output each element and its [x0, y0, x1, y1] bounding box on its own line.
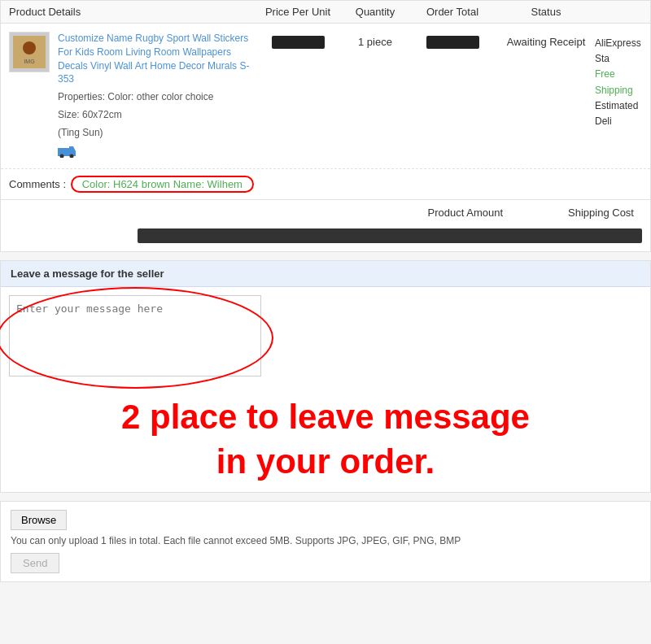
quantity-col: 1 piece: [343, 32, 408, 48]
status-col: Awaiting Receipt: [497, 32, 595, 48]
comments-text: Color: H624 brown Name: Wilhem: [82, 178, 242, 190]
header-product: Product Details: [9, 6, 253, 18]
file-section: Browse You can only upload 1 files in to…: [0, 501, 651, 582]
svg-point-1: [23, 41, 36, 54]
product-col: IMG Customize Name Rugby Sport Wall Stic…: [9, 32, 253, 160]
product-props-color: Properties: Color: other color choice: [58, 89, 253, 104]
header-price: Price Per Unit: [253, 6, 343, 18]
message-textarea-wrapper: [9, 295, 261, 379]
extra-col: AliExpress Sta Free Shipping Estimated D…: [595, 32, 642, 129]
product-store: (Ting Sun): [58, 125, 253, 140]
message-section: Leave a message for the seller 2 place t…: [0, 260, 651, 493]
comments-row: Comments : Color: H624 brown Name: Wilhe…: [1, 169, 650, 200]
free-shipping-label: Free Shipping: [595, 67, 642, 98]
browse-button[interactable]: Browse: [11, 510, 67, 530]
summary-labels-row: Product Amount Shipping Cost: [1, 200, 650, 225]
table-header: Product Details Price Per Unit Quantity …: [1, 1, 650, 24]
header-total: Order Total: [408, 6, 497, 18]
price-col: [253, 32, 343, 49]
total-col: [408, 32, 497, 49]
aliexpress-status: AliExpress Sta: [595, 36, 642, 67]
svg-text:IMG: IMG: [24, 59, 34, 64]
summary-values-row: [1, 225, 650, 251]
message-section-header: Leave a message for the seller: [1, 261, 650, 287]
message-body: 2 place to leave message in your order.: [1, 287, 650, 492]
product-props-size: Size: 60x72cm: [58, 107, 253, 122]
header-extra: [595, 6, 642, 18]
annotation-line2: in your order.: [9, 440, 642, 485]
header-quantity: Quantity: [343, 6, 408, 18]
summary-value-bar: [138, 228, 642, 243]
product-row: IMG Customize Name Rugby Sport Wall Stic…: [1, 24, 650, 169]
comments-circle: Color: H624 brown Name: Wilhem: [71, 176, 254, 193]
product-image: IMG: [9, 32, 50, 72]
header-status: Status: [497, 6, 595, 18]
product-link[interactable]: Customize Name Rugby Sport Wall Stickers…: [58, 33, 249, 85]
send-button[interactable]: Send: [11, 553, 59, 573]
summary-product-amount-label: Product Amount: [428, 207, 504, 219]
order-section: Product Details Price Per Unit Quantity …: [0, 0, 651, 252]
product-info: Customize Name Rugby Sport Wall Stickers…: [58, 32, 253, 160]
status-text: Awaiting Receipt: [507, 36, 586, 48]
annotation-overlay: 2 place to leave message in your order.: [9, 379, 642, 484]
annotation-line1: 2 place to leave message: [9, 395, 642, 440]
truck-container: [58, 145, 253, 160]
comments-label: Comments :: [9, 178, 66, 190]
truck-icon: [58, 145, 76, 158]
message-textarea[interactable]: [9, 295, 261, 376]
estimated-delivery: Estimated Deli: [595, 98, 642, 129]
file-note: You can only upload 1 files in total. Ea…: [11, 535, 640, 546]
price-bar: [272, 36, 325, 49]
total-bar: [426, 36, 479, 49]
summary-shipping-cost-label: Shipping Cost: [568, 207, 634, 219]
